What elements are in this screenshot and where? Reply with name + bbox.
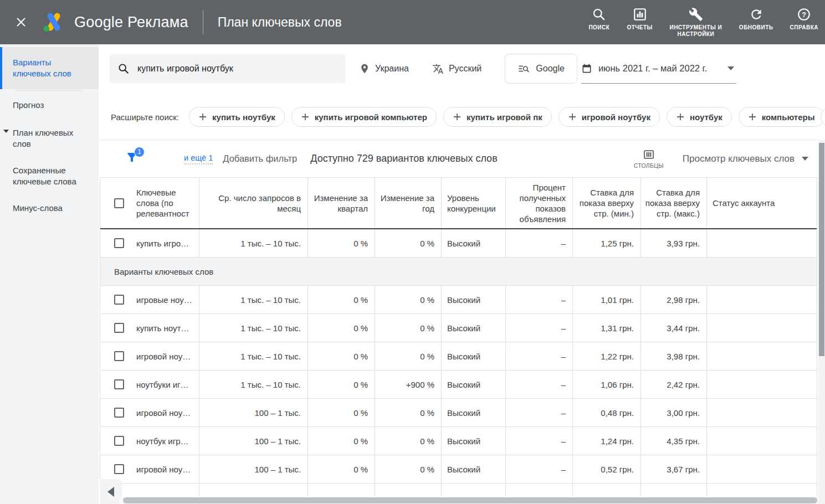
- filter-count-badge: 1: [134, 147, 145, 157]
- ad-impression-share-cell: –: [506, 427, 573, 455]
- row-checkbox[interactable]: [114, 238, 124, 248]
- keyword-chip[interactable]: купить игровой компьютер: [291, 107, 437, 127]
- plus-icon: [748, 112, 757, 121]
- row-checkbox[interactable]: [114, 351, 124, 361]
- header-top-of-page-bid-low[interactable]: Ставка для показа вверху стр. (мин.): [573, 178, 641, 228]
- top-of-page-bid-low-cell: 0,48 грн.: [573, 399, 641, 426]
- header-account-status[interactable]: Статус аккаунта: [707, 178, 817, 228]
- sidebar-item-keyword-plan[interactable]: План ключевых слов: [0, 119, 99, 157]
- close-icon[interactable]: [14, 16, 28, 29]
- brand-name[interactable]: Google Реклама: [74, 14, 188, 31]
- help-icon: ?: [797, 7, 811, 22]
- location-selector[interactable]: Украина: [359, 63, 409, 74]
- network-value: Google: [536, 64, 565, 74]
- language-selector[interactable]: Русский: [432, 63, 481, 75]
- header-ad-impression-share[interactable]: Процент полученных показов объявления: [506, 178, 573, 228]
- search-button[interactable]: ПОИСК: [588, 7, 610, 31]
- header-competition[interactable]: Уровень конкуренции: [442, 178, 506, 228]
- competition-cell: Высокий: [442, 314, 506, 342]
- quarterly-change-cell: 0 %: [308, 427, 375, 455]
- sidebar-item-saved-keywords[interactable]: Сохраненные ключевые слова: [0, 157, 99, 195]
- topbar-divider: [203, 10, 203, 34]
- translate-icon: [432, 63, 444, 75]
- help-button[interactable]: ? СПРАВКА: [790, 7, 818, 31]
- columns-button[interactable]: СТОЛБЦЫ: [634, 148, 664, 169]
- top-of-page-bid-high-cell: 3,93 грн.: [641, 229, 707, 257]
- refresh-button[interactable]: ОБНОВИТЬ: [739, 7, 773, 31]
- filter-button[interactable]: 1: [125, 151, 140, 167]
- horizontal-scrollbar-thumb[interactable]: [123, 497, 817, 503]
- yoy-change-cell: 0 %: [375, 286, 442, 313]
- header-top-of-page-bid-high[interactable]: Ставка для показа вверху стр. (макс.): [641, 178, 707, 228]
- wrench-icon: [689, 7, 703, 22]
- row-checkbox[interactable]: [114, 408, 124, 418]
- reports-button[interactable]: ОТЧЕТЫ: [627, 7, 652, 31]
- avg-monthly-searches-cell: 1 тыс. – 10 тыс.: [199, 371, 308, 398]
- row-checkbox[interactable]: [114, 323, 124, 333]
- vertical-scrollbar-thumb[interactable]: [819, 143, 824, 356]
- select-all-checkbox[interactable]: [114, 198, 124, 208]
- quarterly-change-cell: 0 %: [308, 229, 375, 257]
- sidebar-item-keyword-ideas[interactable]: Варианты ключевых слов: [0, 47, 99, 89]
- tools-settings-button-label: ИНСТРУМЕНТЫ И НАСТРОЙКИ: [669, 24, 722, 38]
- avg-monthly-searches-cell: 100 – 1 тыс.: [199, 399, 308, 426]
- table-row: игровой ноу… 100 – 1 тыс. 0 % 0 % Высоки…: [100, 455, 817, 484]
- yoy-change-cell: 0 %: [375, 427, 442, 455]
- tools-settings-button[interactable]: ИНСТРУМЕНТЫ И НАСТРОЙКИ: [669, 7, 722, 38]
- top-of-page-bid-low-cell: 1,22 грн.: [573, 342, 641, 370]
- header-yoy-change[interactable]: Изменение за год: [375, 178, 442, 228]
- keyword-chip[interactable]: купить игровой пк: [443, 107, 552, 127]
- header-avg-monthly-searches[interactable]: Ср. число запросов в месяц: [199, 178, 308, 228]
- more-filters-link[interactable]: и ещё 1: [184, 153, 213, 164]
- keyword-search-box[interactable]: [110, 54, 345, 83]
- keyword-cell: купить игро…: [100, 229, 199, 257]
- keyword-chip[interactable]: ноутбук: [667, 107, 732, 127]
- google-ads-logo-icon[interactable]: [42, 12, 65, 33]
- row-checkbox[interactable]: [114, 295, 124, 305]
- keyword-cell: игровой ноу…: [100, 342, 199, 370]
- vertical-scrollbar: [818, 140, 825, 504]
- keyword-chip[interactable]: игровой ноутбук: [558, 107, 660, 127]
- header-quarterly-change[interactable]: Изменение за квартал: [308, 178, 375, 228]
- keyword-chip-label: ноутбук: [690, 112, 722, 122]
- keyword-text: игровые ноу…: [136, 295, 192, 305]
- ad-impression-share-cell: –: [506, 229, 573, 257]
- network-selector[interactable]: Google: [505, 54, 577, 84]
- keyword-text: игровой ноу…: [136, 408, 191, 418]
- row-checkbox[interactable]: [114, 436, 124, 446]
- suggestion-rows-host: игровые ноу… 1 тыс. – 10 тыс. 0 % 0 % Вы…: [100, 286, 817, 484]
- competition-cell: Высокий: [442, 399, 506, 426]
- row-checkbox[interactable]: [114, 464, 124, 474]
- keyword-cell: игровые ноу…: [100, 286, 199, 313]
- search-controls-row: Украина Русский Google июнь 2021: [99, 54, 825, 84]
- search-icon: [592, 7, 606, 22]
- keyword-chip-label: игровой ноутбук: [582, 112, 650, 122]
- keyword-cell: купить ноут…: [100, 314, 199, 342]
- page-title: План ключевых слов: [218, 15, 342, 30]
- header-keywords-label[interactable]: Ключевые слова (по релевантност: [136, 187, 194, 219]
- keyword-chip-label: купить ноутбук: [212, 112, 275, 122]
- sidebar-item-forecast[interactable]: Прогноз: [0, 92, 99, 119]
- keyword-text: игровой ноу…: [136, 465, 191, 474]
- map-pin-icon: [359, 63, 370, 74]
- add-filter-button[interactable]: Добавить фильтр: [223, 153, 297, 164]
- ad-impression-share-cell: –: [506, 286, 573, 313]
- keyword-view-selector[interactable]: Просмотр ключевых слов: [683, 153, 808, 164]
- search-input[interactable]: [137, 64, 337, 74]
- date-range-selector[interactable]: июнь 2021 г. – май 2022 г.: [581, 54, 736, 84]
- keyword-chip[interactable]: купить ноутбук: [189, 107, 285, 127]
- date-range-value: июнь 2021 г. – май 2022 г.: [598, 63, 707, 74]
- scroll-left-button[interactable]: [100, 479, 122, 504]
- account-status-cell: [707, 286, 817, 313]
- top-of-page-bid-high-cell: 3,98 грн.: [641, 342, 707, 370]
- avg-monthly-searches-cell: 100 – 1 тыс.: [199, 455, 308, 483]
- keyword-chip[interactable]: компьютеры: [739, 107, 824, 127]
- chevron-down-icon: [3, 130, 9, 133]
- keyword-cell: ноутбуки иг…: [100, 371, 199, 398]
- sidebar-item-negative-keywords[interactable]: Минус-слова: [0, 195, 99, 222]
- keyword-plan-app: Google Реклама План ключевых слов ПОИСК …: [0, 0, 825, 504]
- help-button-label: СПРАВКА: [790, 24, 818, 31]
- top-of-page-bid-low-cell: 1,25 грн.: [573, 229, 641, 257]
- row-checkbox[interactable]: [114, 379, 124, 389]
- keyword-chip-label: купить игровой пк: [467, 112, 542, 122]
